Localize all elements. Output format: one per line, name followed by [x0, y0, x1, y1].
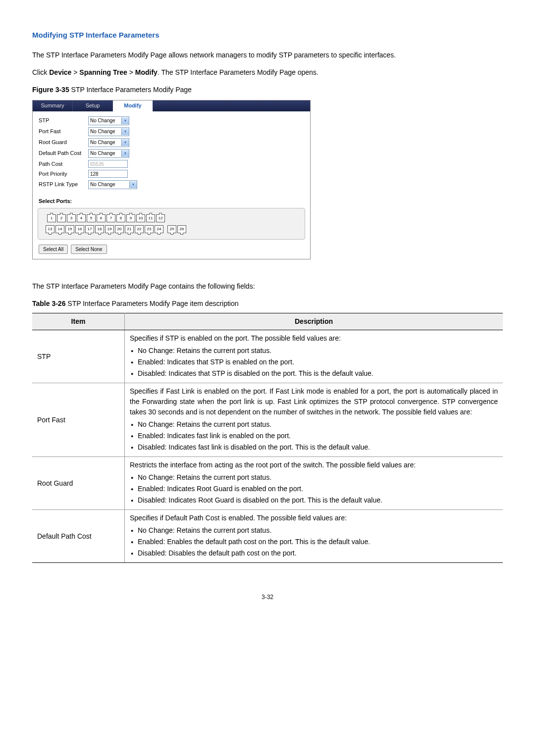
defpath-label: Default Path Cost	[39, 149, 88, 157]
th-item: Item	[32, 313, 125, 330]
port-5[interactable]: 5	[87, 214, 96, 222]
table-caption: Table 3-26 STP Interface Parameters Modi…	[32, 299, 503, 309]
rootguard-select[interactable]: No Change▾	[88, 138, 129, 147]
select-ports-label: Select Ports:	[33, 194, 310, 207]
defpath-select[interactable]: No Change▾	[88, 149, 129, 158]
after-figure-text: The STP Interface Parameters Modify Page…	[32, 281, 503, 292]
list-item: Disabled: Indicates that STP is disabled…	[130, 368, 498, 379]
row-portfast-desc: Specifies if Fast Link is enabled on the…	[125, 383, 503, 457]
button-row: Select All Select None	[33, 245, 310, 259]
port-1[interactable]: 1	[47, 214, 56, 222]
portfast-select[interactable]: No Change▾	[88, 127, 129, 136]
port-18[interactable]: 18	[95, 225, 104, 233]
table-number: Table 3-26	[32, 300, 67, 307]
table-row: STP Specifies if STP is enabled on the p…	[32, 330, 503, 383]
port-11[interactable]: 11	[146, 214, 155, 222]
pathcost-input[interactable]: 65535	[88, 160, 128, 168]
port-17[interactable]: 17	[85, 225, 94, 233]
list-item: Disabled: Indicates fast link is disable…	[130, 442, 498, 453]
row-defpath-intro: Specifies if Default Path Cost is enable…	[130, 513, 498, 523]
port-7[interactable]: 7	[107, 214, 115, 222]
tab-modify[interactable]: Modify	[113, 101, 153, 111]
table-row: Root Guard Restricts the interface from …	[32, 457, 503, 510]
port-23[interactable]: 23	[145, 225, 154, 233]
stp-select[interactable]: No Change▾	[88, 116, 129, 125]
table-row: Port Fast Specifies if Fast Link is enab…	[32, 383, 503, 457]
rstp-label: RSTP Link Type	[39, 180, 88, 189]
stp-select-value: No Change	[90, 117, 115, 124]
stp-label: STP	[39, 116, 88, 125]
row-stp-intro: Specifies if STP is enabled on the port.…	[130, 333, 498, 344]
port-8[interactable]: 8	[116, 214, 125, 222]
th-desc: Description	[125, 313, 503, 330]
nav-modify: Modify	[135, 68, 158, 76]
row-rootguard-item: Root Guard	[32, 457, 125, 510]
tab-summary[interactable]: Summary	[33, 101, 73, 111]
rootguard-select-value: No Change	[90, 139, 115, 146]
port-12[interactable]: 12	[156, 214, 165, 222]
list-item: Enabled: Indicates Root Guard is enabled…	[130, 484, 498, 494]
pathcost-label: Path Cost	[39, 160, 88, 168]
port-16[interactable]: 16	[75, 225, 84, 233]
portpri-label: Port Priority	[39, 170, 88, 178]
row-rootguard-desc: Restricts the interface from acting as t…	[125, 457, 503, 510]
figure-title: STP Interface Parameters Modify Page	[71, 86, 192, 94]
port-15[interactable]: 15	[65, 225, 74, 233]
nav-sep2: >	[127, 68, 135, 76]
portfast-select-value: No Change	[90, 128, 115, 135]
row-stp-item: STP	[32, 330, 125, 383]
port-19[interactable]: 19	[105, 225, 114, 233]
list-item: No Change: Retains the current port stat…	[130, 472, 498, 483]
port-20[interactable]: 20	[115, 225, 124, 233]
row-rootguard-intro: Restricts the interface from acting as t…	[130, 460, 498, 470]
list-item: Enabled: Enables the default path cost o…	[130, 537, 498, 547]
chevron-down-icon: ▾	[121, 150, 129, 157]
table-row: Default Path Cost Specifies if Default P…	[32, 510, 503, 563]
rootguard-label: Root Guard	[39, 138, 88, 147]
nav-prefix: Click	[32, 68, 49, 76]
page-number: 3-32	[32, 593, 503, 602]
portpri-input[interactable]: 128	[88, 170, 128, 178]
select-none-button[interactable]: Select None	[71, 245, 107, 254]
row-portfast-item: Port Fast	[32, 383, 125, 457]
nav-spanning: Spanning Tree	[79, 68, 127, 76]
tab-filler	[153, 101, 310, 111]
row-defpath-item: Default Path Cost	[32, 510, 125, 563]
description-table: Item Description STP Specifies if STP is…	[32, 313, 503, 563]
port-13[interactable]: 13	[46, 225, 54, 233]
nav-device: Device	[49, 68, 71, 76]
port-4[interactable]: 4	[77, 214, 86, 222]
tab-setup[interactable]: Setup	[73, 101, 113, 111]
screenshot-panel: Summary Setup Modify STP No Change▾ Port…	[32, 100, 311, 260]
port-row-top: 123456789101112	[47, 214, 300, 222]
defpath-select-value: No Change	[90, 150, 115, 157]
select-all-button[interactable]: Select All	[39, 245, 68, 254]
rstp-select[interactable]: No Change▾	[88, 180, 137, 189]
form-area: STP No Change▾ Port Fast No Change▾ Root…	[33, 111, 310, 194]
port-24[interactable]: 24	[155, 225, 163, 233]
port-22[interactable]: 22	[135, 225, 144, 233]
port-14[interactable]: 14	[55, 225, 64, 233]
list-item: Enabled: Indicates fast link is enabled …	[130, 431, 498, 441]
figure-number: Figure 3-35	[32, 86, 71, 94]
row-stp-desc: Specifies if STP is enabled on the port.…	[125, 330, 503, 383]
ports-box: 123456789101112 131415161718192021222324…	[38, 208, 305, 240]
list-item: No Change: Retains the current port stat…	[130, 525, 498, 536]
chevron-down-icon: ▾	[129, 181, 137, 188]
port-21[interactable]: 21	[125, 225, 134, 233]
port-10[interactable]: 10	[136, 214, 145, 222]
port-25[interactable]: 25	[167, 225, 176, 233]
list-item: No Change: Retains the current port stat…	[130, 419, 498, 430]
list-item: No Change: Retains the current port stat…	[130, 346, 498, 356]
port-6[interactable]: 6	[97, 214, 106, 222]
port-9[interactable]: 9	[126, 214, 135, 222]
rstp-select-value: No Change	[90, 181, 115, 188]
section-heading: Modifying STP Interface Parameters	[32, 30, 503, 41]
list-item: Disabled: Disables the default path cost…	[130, 548, 498, 558]
port-26[interactable]: 26	[177, 225, 186, 233]
chevron-down-icon: ▾	[121, 128, 129, 135]
port-2[interactable]: 2	[57, 214, 66, 222]
tab-bar: Summary Setup Modify	[33, 101, 310, 111]
port-3[interactable]: 3	[67, 214, 76, 222]
chevron-down-icon: ▾	[121, 139, 129, 146]
